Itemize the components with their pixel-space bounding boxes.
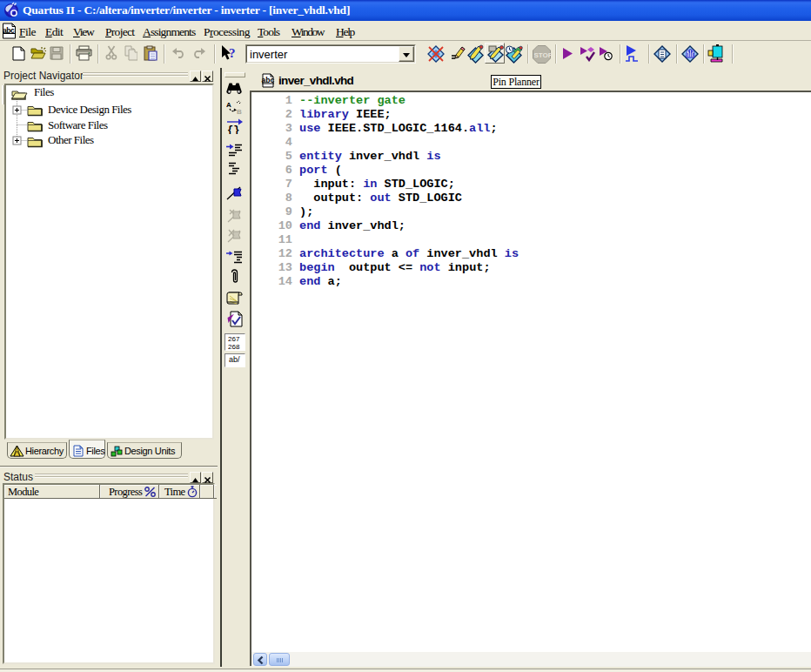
svg-text:B: B: [237, 108, 242, 115]
svg-text:STOP: STOP: [534, 51, 553, 59]
svg-text:{}: {}: [227, 124, 239, 134]
svg-text:A: A: [226, 101, 231, 109]
svg-text:?: ?: [229, 46, 236, 60]
